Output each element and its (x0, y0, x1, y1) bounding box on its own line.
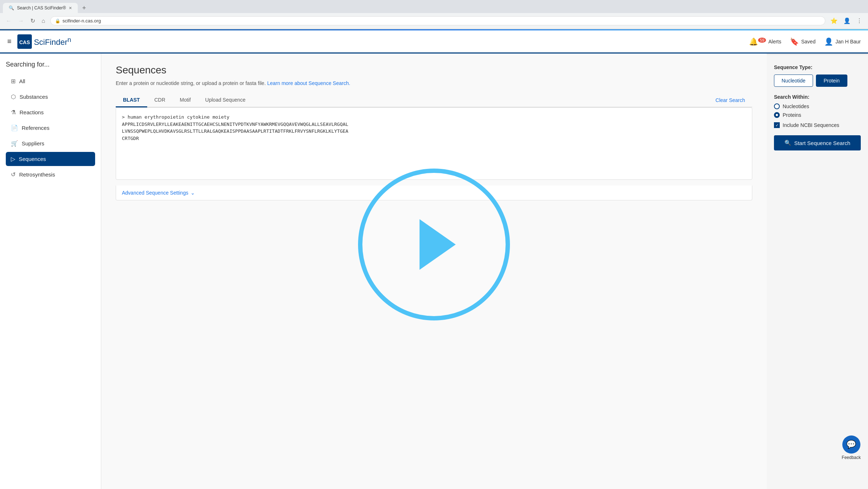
sidebar-label-references: References (22, 125, 50, 131)
nucleotides-label: Nucleotides (783, 103, 809, 109)
sequences-icon: ▷ (11, 156, 15, 162)
sequence-text-content: > human erythropoietin cytokine moiety A… (122, 114, 746, 142)
protein-button[interactable]: Protein (816, 75, 847, 87)
tab-close-button[interactable]: ✕ (69, 6, 72, 10)
clear-search-button[interactable]: Clear Search (708, 93, 752, 107)
url-input[interactable]: 🔒 scifinder-n.cas.org (50, 16, 825, 25)
cas-logo: CAS SciFindern (17, 34, 71, 49)
user-name-label: Jan H Baur (835, 39, 861, 44)
sidebar-item-all[interactable]: ⊞ All (6, 74, 95, 88)
browser-toolbar: ⭐ 👤 ⋮ (829, 16, 864, 26)
chat-icon: 💬 (846, 440, 856, 449)
saved-label: Saved (801, 39, 816, 44)
search-icon: 🔍 (784, 140, 791, 146)
bell-icon: 🔔 (749, 37, 758, 46)
bookmark-icon: 🔖 (790, 37, 799, 46)
app-header: ≡ CAS SciFindern 🔔 59 Alerts 🔖 Saved 👤 J… (0, 30, 868, 54)
chevron-down-icon: ⌄ (191, 190, 195, 196)
user-icon: 👤 (824, 37, 833, 46)
user-menu-button[interactable]: 👤 Jan H Baur (824, 37, 861, 46)
sidebar-label-retrosynthesis: Retrosynthesis (19, 171, 55, 178)
references-icon: 📄 (11, 124, 18, 131)
more-button[interactable]: ⋮ (855, 16, 864, 26)
scifinder-logo-text: SciFindern (34, 36, 71, 47)
sidebar-item-reactions[interactable]: ⚗ Reactions (6, 105, 95, 119)
advanced-sequence-settings[interactable]: Advanced Sequence Settings ⌄ (116, 186, 752, 200)
tab-favicon: 🔍 (9, 5, 14, 10)
address-bar: ← → ↻ ⌂ 🔒 scifinder-n.cas.org ⭐ 👤 ⋮ (0, 13, 868, 29)
sequence-input[interactable]: > human erythropoietin cytokine moiety A… (116, 107, 752, 180)
retrosynthesis-icon: ↺ (11, 171, 16, 178)
nucleotides-radio[interactable]: Nucleotides (774, 103, 861, 109)
sidebar-label-reactions: Reactions (20, 109, 44, 115)
start-search-label: Start Sequence Search (794, 140, 850, 146)
feedback-label: Feedback (842, 455, 861, 460)
header-actions: 🔔 59 Alerts 🔖 Saved 👤 Jan H Baur (749, 37, 861, 46)
logo-area: CAS SciFindern (17, 34, 71, 49)
sidebar-item-sequences[interactable]: ▷ Sequences (6, 152, 95, 166)
include-ncbi-checkbox-box[interactable] (774, 122, 780, 128)
sidebar-label-suppliers: Suppliers (22, 140, 44, 146)
start-sequence-search-button[interactable]: 🔍 Start Sequence Search (774, 135, 861, 150)
suppliers-icon: 🛒 (11, 140, 18, 147)
tab-blast[interactable]: BLAST (116, 93, 147, 107)
tab-bar: 🔍 Search | CAS SciFinder® ✕ + (0, 0, 868, 13)
include-ncbi-label: Include NCBI Sequences (783, 122, 839, 128)
forward-button[interactable]: → (17, 16, 25, 26)
feedback-button[interactable]: 💬 Feedback (842, 435, 861, 460)
saved-button[interactable]: 🔖 Saved (790, 37, 816, 46)
alerts-button[interactable]: 🔔 59 Alerts (749, 37, 781, 46)
hamburger-menu-icon[interactable]: ≡ (7, 37, 12, 46)
advanced-link-label: Advanced Sequence Settings (122, 190, 188, 196)
tab-cdr[interactable]: CDR (147, 93, 173, 107)
page-subtitle: Enter a protein or nucleotide string, or… (116, 80, 752, 86)
tab-upload-sequence[interactable]: Upload Sequence (198, 93, 252, 107)
learn-more-link[interactable]: Learn more about Sequence Search. (267, 80, 350, 86)
right-panel: Sequence Type: Nucleotide Protein Search… (767, 54, 868, 489)
lock-icon: 🔒 (55, 18, 60, 24)
all-icon: ⊞ (11, 78, 16, 85)
proteins-radio-button[interactable] (774, 112, 780, 118)
sidebar-title: Searching for... (6, 61, 95, 68)
subtitle-text: Enter a protein or nucleotide string, or… (116, 80, 266, 86)
proteins-radio[interactable]: Proteins (774, 112, 861, 118)
sidebar: Searching for... ⊞ All ⬡ Substances ⚗ Re… (0, 54, 101, 489)
new-tab-button[interactable]: + (79, 4, 89, 12)
nucleotide-button[interactable]: Nucleotide (774, 75, 813, 87)
reactions-icon: ⚗ (11, 109, 16, 116)
sidebar-item-references[interactable]: 📄 References (6, 121, 95, 135)
svg-text:CAS: CAS (19, 39, 30, 45)
sidebar-label-substances: Substances (20, 94, 48, 100)
cas-logo-icon: CAS (17, 34, 32, 49)
main-layout: Searching for... ⊞ All ⬡ Substances ⚗ Re… (0, 54, 868, 489)
sidebar-item-suppliers[interactable]: 🛒 Suppliers (6, 136, 95, 150)
feedback-chat-icon[interactable]: 💬 (842, 435, 860, 454)
search-within-label: Search Within: (774, 94, 861, 100)
page-title: Sequences (116, 64, 752, 76)
extensions-button[interactable]: ⭐ (829, 16, 839, 26)
alerts-label: Alerts (768, 39, 781, 44)
substances-icon: ⬡ (11, 93, 16, 100)
alerts-badge: 59 (758, 38, 766, 43)
sidebar-item-retrosynthesis[interactable]: ↺ Retrosynthesis (6, 167, 95, 182)
browser-chrome: 🔍 Search | CAS SciFinder® ✕ + ← → ↻ ⌂ 🔒 … (0, 0, 868, 29)
search-tabs: BLAST CDR Motif Upload Sequence Clear Se… (116, 93, 752, 107)
include-ncbi-checkbox[interactable]: Include NCBI Sequences (774, 122, 861, 128)
tab-title: Search | CAS SciFinder® (17, 5, 66, 10)
search-within-options: Nucleotides Proteins (774, 103, 861, 118)
nucleotides-radio-button[interactable] (774, 103, 780, 109)
proteins-label: Proteins (783, 112, 801, 118)
content-area: Sequences Enter a protein or nucleotide … (101, 54, 767, 489)
back-button[interactable]: ← (4, 16, 13, 26)
browser-tab[interactable]: 🔍 Search | CAS SciFinder® ✕ (3, 3, 78, 13)
reload-button[interactable]: ↻ (29, 16, 37, 26)
sequence-type-buttons: Nucleotide Protein (774, 75, 861, 87)
scifinder-superscript: n (68, 36, 71, 43)
sidebar-item-substances[interactable]: ⬡ Substances (6, 90, 95, 104)
profile-button[interactable]: 👤 (842, 16, 852, 26)
sidebar-label-sequences: Sequences (19, 156, 46, 162)
tab-motif[interactable]: Motif (173, 93, 198, 107)
home-button[interactable]: ⌂ (40, 16, 47, 26)
sequence-type-label: Sequence Type: (774, 64, 861, 70)
url-text: scifinder-n.cas.org (63, 18, 101, 24)
